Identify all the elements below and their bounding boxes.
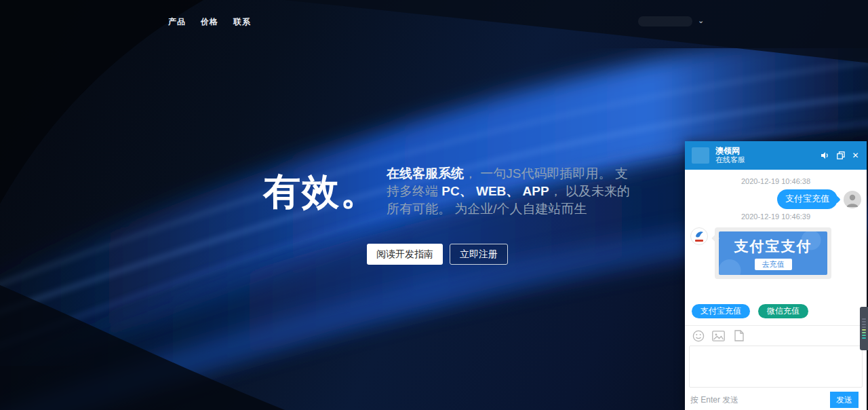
file-icon[interactable] [732,329,745,342]
visitor-message-row: 支付宝充值 [689,189,863,209]
chat-site-name: 澳领网 [715,147,821,155]
account-menu[interactable]: ⌄ [638,16,704,26]
hero-desc-platforms: PC、 WEB、 APP [441,184,549,198]
image-icon[interactable] [712,329,725,342]
nav-item-products[interactable]: 产品 [168,16,186,28]
quick-reply-row: 支付宝充值 微信充值 [689,304,863,322]
go-recharge-button[interactable]: 去充值 [755,259,792,270]
person-avatar-icon [844,191,861,208]
quick-reply-alipay-button[interactable]: 支付宝充值 [692,304,750,318]
message-input[interactable] [689,346,863,388]
chat-titles: 澳领网 在线客服 [715,147,821,164]
brand-logo-text [695,240,703,242]
close-icon[interactable]: ✕ [851,151,860,160]
hero-desc-lead: 在线客服系统 [387,166,464,181]
restore-window-icon[interactable] [836,151,845,160]
read-dev-guide-button[interactable]: 阅读开发指南 [367,244,443,265]
chat-window-buttons: ✕ [821,151,860,160]
hero-buttons: 阅读开发指南 立即注册 [367,244,508,265]
hero-description: 在线客服系统， 一句JS代码即插即用。 支持多终端 PC、 WEB、 APP， … [387,165,640,218]
chat-brand-logo [692,147,709,164]
nav-item-pricing[interactable]: 价格 [201,16,218,28]
chat-widget: 澳领网 在线客服 ✕ 2020-12-19 10:46:38 支付宝充值 [685,141,867,410]
nav-item-contact[interactable]: 联系 [233,16,251,28]
chat-subtitle: 在线客服 [715,155,821,164]
volume-icon[interactable] [821,151,830,160]
quick-reply-wechat-button[interactable]: 微信充值 [758,304,808,318]
message-timestamp: 2020-12-19 10:46:38 [689,177,863,185]
register-now-button[interactable]: 立即注册 [450,244,508,265]
alipay-banner-title: 支付宝支付 [734,237,812,256]
account-name-redacted [638,16,692,26]
message-timestamp: 2020-12-19 10:46:39 [689,212,863,221]
emoji-icon[interactable] [692,329,705,342]
hero-title: 有效。 [263,167,379,217]
chat-message-area: 2020-12-19 10:46:38 支付宝充值 2020-12-19 10:… [685,170,867,325]
alipay-banner-image[interactable]: 支付宝支付 去充值 [719,231,827,275]
composer-footer: 按 Enter 发送 发送 [685,390,867,410]
hero-desc-tail: 为企业/个人自建站而生 [454,202,587,216]
top-nav: 产品 价格 联系 [168,16,251,28]
agent-message-row: 支付宝支付 去充值 [689,227,863,279]
enter-to-send-hint: 按 Enter 发送 [690,394,738,406]
landing-page: 产品 价格 联系 ⌄ 有效。 在线客服系统， 一句JS代码即插即用。 支持多终端… [0,0,868,410]
visitor-message-bubble: 支付宝充值 [777,189,837,209]
send-button[interactable]: 发送 [830,392,859,408]
chevron-down-icon: ⌄ [698,17,704,24]
payment-card-message: 支付宝支付 去充值 [715,227,831,279]
brand-logo-icon [690,227,708,245]
chat-header: 澳领网 在线客服 ✕ [685,141,867,170]
composer-toolbar [685,325,867,344]
side-dock-tab[interactable] [860,307,868,350]
composer-input-wrap [685,344,867,390]
